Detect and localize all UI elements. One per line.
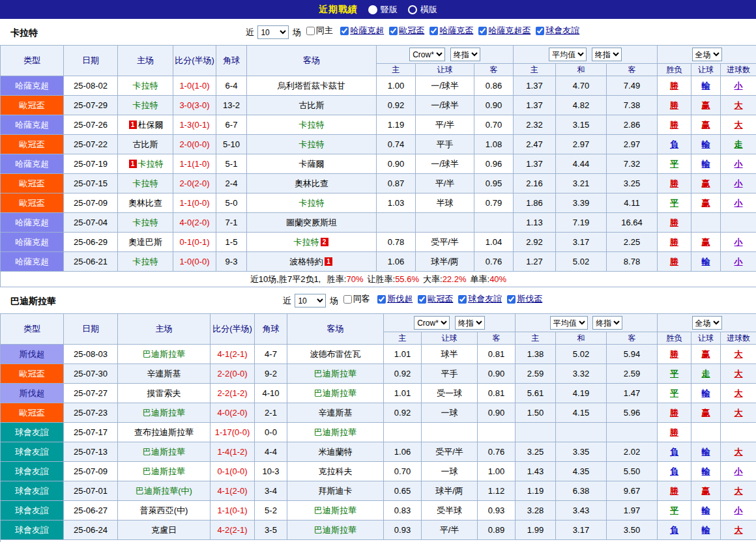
- team-link[interactable]: 奧達巴斯: [128, 237, 162, 247]
- league-filter-哈薩克超[interactable]: 哈薩克超: [340, 25, 384, 36]
- same-venue-checkbox[interactable]: [343, 295, 352, 304]
- team-link[interactable]: 巴迪斯拉華: [314, 506, 356, 515]
- team-link[interactable]: 卡拉特: [299, 198, 325, 208]
- handicap-result-cell-link[interactable]: 赢: [702, 237, 710, 247]
- handicap-result-cell-link[interactable]: 赢: [702, 349, 710, 359]
- handicap-result-cell-link[interactable]: 赢: [702, 408, 710, 418]
- team-link[interactable]: 巴迪斯拉華: [314, 525, 356, 535]
- result-cell-link[interactable]: 負: [670, 139, 678, 149]
- team-link[interactable]: 巴迪斯拉華: [143, 349, 185, 359]
- goals-result-cell-link[interactable]: 大: [734, 120, 743, 130]
- games-count-select[interactable]: 10: [295, 294, 326, 307]
- league-filter-球會友誼[interactable]: 球會友誼: [536, 25, 579, 36]
- league-filter-歐冠盃[interactable]: 歐冠盃: [389, 25, 424, 36]
- team-link[interactable]: 波格特約: [289, 257, 323, 266]
- team-link[interactable]: 克盧日: [151, 525, 177, 535]
- team-link[interactable]: 巴迪斯拉華: [143, 466, 185, 476]
- team-link[interactable]: 古比斯: [133, 139, 158, 149]
- result-cell-link[interactable]: 勝: [670, 427, 678, 437]
- goals-result-cell-link[interactable]: 大: [734, 525, 743, 535]
- team-link[interactable]: 卡拉特: [138, 159, 164, 169]
- league-checkbox[interactable]: [536, 27, 544, 35]
- result-cell-link[interactable]: 平: [670, 198, 678, 208]
- league-checkbox[interactable]: [429, 27, 438, 35]
- goals-result-cell-link[interactable]: 大: [734, 369, 743, 378]
- final-odds-select-1[interactable]: 终指: [455, 316, 485, 330]
- same-venue-checkbox[interactable]: [306, 27, 315, 35]
- handicap-result-cell-link[interactable]: 輸: [702, 466, 710, 476]
- handicap-result-cell-link[interactable]: 輸: [702, 81, 710, 91]
- team-link[interactable]: 卡拉特: [133, 257, 158, 266]
- league-checkbox[interactable]: [478, 27, 487, 35]
- scope-select[interactable]: 全场: [692, 316, 722, 330]
- result-cell-link[interactable]: 勝: [670, 257, 678, 266]
- team-link[interactable]: 巴迪斯拉華: [143, 408, 185, 418]
- goals-result-cell-link[interactable]: 小: [734, 178, 743, 188]
- team-link[interactable]: 奧林比查: [128, 198, 162, 208]
- league-checkbox[interactable]: [507, 295, 516, 304]
- goals-result-cell-link[interactable]: 大: [734, 388, 743, 398]
- league-filter-歐冠盃[interactable]: 歐冠盃: [418, 293, 453, 305]
- avg-odds-select[interactable]: 平均值: [550, 316, 588, 330]
- team-link[interactable]: 米迪蘭特: [319, 447, 353, 457]
- handicap-result-cell-link[interactable]: 赢: [702, 178, 710, 188]
- goals-result-cell-link[interactable]: 小: [734, 81, 743, 91]
- team-link[interactable]: 圖蘭突厥斯坦: [286, 218, 337, 227]
- result-cell-link[interactable]: 負: [670, 447, 678, 457]
- result-cell-link[interactable]: 負: [670, 525, 678, 535]
- league-filter-球會友誼[interactable]: 球會友誼: [458, 293, 502, 305]
- goals-result-cell-link[interactable]: 小: [734, 257, 743, 266]
- league-filter-斯伐超[interactable]: 斯伐超: [377, 293, 413, 305]
- same-venue-filter[interactable]: 同客: [343, 293, 370, 305]
- team-link[interactable]: 古比斯: [299, 100, 325, 110]
- goals-result-cell-link[interactable]: 大: [734, 100, 743, 110]
- handicap-result-cell-link[interactable]: 輸: [702, 447, 710, 457]
- result-cell-link[interactable]: 勝: [670, 81, 678, 91]
- result-cell-link[interactable]: 勝: [670, 218, 678, 227]
- handicap-result-cell-link[interactable]: 輸: [702, 388, 710, 398]
- avg-odds-select[interactable]: 平均值: [549, 48, 587, 61]
- final-odds-select-2[interactable]: 终指: [592, 48, 622, 61]
- goals-result-cell-link[interactable]: 大: [734, 408, 743, 418]
- result-cell-link[interactable]: 負: [670, 466, 678, 476]
- team-link[interactable]: 波德布雷佐瓦: [310, 349, 361, 359]
- team-link[interactable]: 辛連斯基: [319, 408, 353, 418]
- handicap-result-cell-link[interactable]: 走: [702, 369, 710, 378]
- layout-radio-horizontal[interactable]: 橫版: [408, 4, 437, 16]
- games-count-select[interactable]: 10: [257, 25, 289, 39]
- league-checkbox[interactable]: [389, 27, 398, 35]
- team-link[interactable]: 拜斯迪卡: [319, 486, 353, 496]
- team-link[interactable]: 辛連斯基: [147, 369, 181, 378]
- league-checkbox[interactable]: [340, 27, 349, 35]
- team-link[interactable]: 巴迪斯拉華: [143, 447, 185, 457]
- team-link[interactable]: 巴迪斯拉華: [314, 388, 356, 398]
- league-checkbox[interactable]: [418, 295, 426, 304]
- goals-result-cell-link[interactable]: 走: [734, 139, 743, 149]
- team-link[interactable]: 巴迪斯拉華: [314, 369, 356, 378]
- handicap-result-cell-link[interactable]: 輸: [702, 257, 710, 266]
- league-filter-哈薩克盃[interactable]: 哈薩克盃: [429, 25, 473, 36]
- league-checkbox[interactable]: [458, 295, 467, 304]
- team-link[interactable]: 巴迪斯拉華: [314, 427, 356, 437]
- handicap-result-cell-link[interactable]: 赢: [702, 100, 710, 110]
- goals-result-cell-link[interactable]: 大: [734, 486, 743, 496]
- result-cell-link[interactable]: 勝: [670, 178, 678, 188]
- team-link[interactable]: 克拉科夫: [319, 466, 353, 476]
- team-link[interactable]: 卡拉特: [133, 81, 158, 91]
- team-link[interactable]: 奧林比查: [295, 178, 328, 188]
- team-link[interactable]: 查布拉迪斯拉華: [134, 427, 194, 437]
- league-filter-斯伐盃[interactable]: 斯伐盃: [507, 293, 542, 305]
- result-cell-link[interactable]: 勝: [670, 100, 678, 110]
- handicap-result-cell-link[interactable]: 輸: [702, 506, 710, 515]
- result-cell-link[interactable]: 勝: [670, 237, 678, 247]
- result-cell-link[interactable]: 勝: [670, 120, 678, 130]
- league-filter-哈薩克超盃[interactable]: 哈薩克超盃: [478, 25, 531, 36]
- team-link[interactable]: 卡薩爾: [299, 159, 325, 169]
- handicap-result-cell-link[interactable]: 赢: [702, 198, 710, 208]
- same-venue-filter[interactable]: 同主: [306, 25, 333, 36]
- result-cell-link[interactable]: 勝: [670, 486, 678, 496]
- team-link[interactable]: 烏利塔哲茲卡茲甘: [278, 81, 345, 91]
- team-link[interactable]: 卡拉特: [299, 139, 325, 149]
- result-cell-link[interactable]: 平: [670, 159, 678, 169]
- goals-result-cell-link[interactable]: 小: [734, 237, 743, 247]
